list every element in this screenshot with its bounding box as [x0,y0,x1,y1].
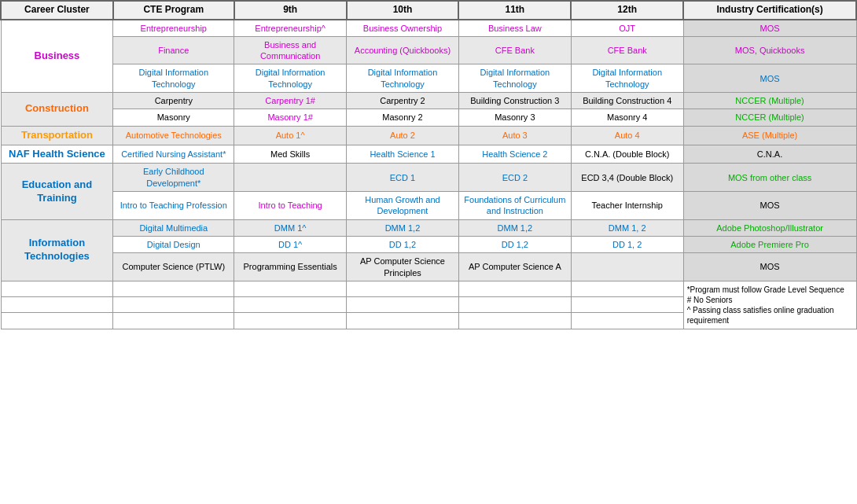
cluster-info: Information Technologies [1,219,113,281]
table-row: Intro to Teaching Profession Intro to Te… [1,192,856,220]
cte-entrepreneurship: Entrepreneurship [113,20,234,37]
table-row: Construction Carpentry Carpentry 1# Carp… [1,93,856,109]
12th-cs [571,253,683,281]
10th-cs: AP Computer Science Principles [347,253,459,281]
12th-entrepreneurship: OJT [571,20,683,37]
9th-dmm: DMM 1^ [234,219,347,236]
cte-masonry: Masonry [113,109,234,126]
cte-table: Career Cluster CTE Program 9th 10th 11th… [0,0,857,329]
10th-cna: Health Science 1 [347,145,459,164]
11th-auto: Auto 3 [458,126,571,145]
10th-teaching: Human Growth and Development [347,192,459,220]
10th-auto: Auto 2 [347,126,459,145]
cluster-construction: Construction [1,93,113,127]
table-row: Computer Science (PTLW) Programming Esse… [1,253,856,281]
9th-carpentry: Carpentry 1# [234,93,347,109]
12th-teaching: Teacher Internship [571,192,683,220]
header-row: Career Cluster CTE Program 9th 10th 11th… [1,1,856,20]
11th-finance: CFE Bank [458,36,571,64]
header-11th: 11th [458,1,571,20]
11th-digital-info: Digital Information Technology [458,64,571,93]
10th-digital-info: Digital Information Technology [347,64,459,93]
10th-dmm: DMM 1,2 [347,219,459,236]
10th-carpentry: Carpentry 2 [347,93,459,109]
table-row: Digital Information Technology Digital I… [1,64,856,93]
table-row: Finance Business and Communication Accou… [1,36,856,64]
9th-masonry: Masonry 1# [234,109,347,126]
12th-dmm: DMM 1, 2 [571,219,683,236]
header-cte: CTE Program [113,1,234,20]
12th-carpentry: Building Construction 4 [571,93,683,109]
11th-entrepreneurship: Business Law [458,20,571,37]
12th-ecd: ECD 3,4 (Double Block) [571,164,683,192]
12th-cna: C.N.A. (Double Block) [571,145,683,164]
cert-dd: Adobe Premiere Pro [683,236,856,252]
header-10th: 10th [347,1,459,20]
9th-dd: DD 1^ [234,236,347,252]
header-cluster: Career Cluster [1,1,113,20]
cte-auto: Automotive Technologies [113,126,234,145]
10th-ecd: ECD 1 [347,164,459,192]
9th-auto: Auto 1^ [234,126,347,145]
cte-digital-info: Digital Information Technology [113,64,234,93]
9th-finance: Business and Communication [234,36,347,64]
11th-teaching: Foundations of Curriculum and Instructio… [458,192,571,220]
table-row: Information Technologies Digital Multime… [1,219,856,236]
10th-finance: Accounting (Quickbooks) [347,36,459,64]
11th-dmm: DMM 1,2 [458,219,571,236]
footnotes-cell: *Program must follow Grade Level Sequenc… [683,281,856,329]
table-row: NAF Health Science Certified Nursing Ass… [1,145,856,164]
9th-cs: Programming Essentials [234,253,347,281]
11th-cs: AP Computer Science A [458,253,571,281]
10th-dd: DD 1,2 [347,236,459,252]
cte-dmm: Digital Multimedia [113,219,234,236]
12th-digital-info: Digital Information Technology [571,64,683,93]
cte-cna: Certified Nursing Assistant* [113,145,234,164]
cluster-business: Business [1,20,113,93]
footnote-1: *Program must follow Grade Level Sequenc… [687,285,853,295]
cert-entrepreneurship: MOS [683,20,856,37]
10th-masonry: Masonry 2 [347,109,459,126]
cte-ecd: Early Childhood Development* [113,164,234,192]
cert-dmm: Adobe Photoshop/Illustrator [683,219,856,236]
main-table-wrapper: Career Cluster CTE Program 9th 10th 11th… [0,0,857,329]
cluster-transportation: Transportation [1,126,113,145]
footnote-2: # No Seniors [687,295,853,305]
11th-masonry: Masonry 3 [458,109,571,126]
cte-teaching: Intro to Teaching Profession [113,192,234,220]
11th-ecd: ECD 2 [458,164,571,192]
table-row: Transportation Automotive Technologies A… [1,126,856,145]
cluster-naf: NAF Health Science [1,145,113,164]
10th-entrepreneurship: Business Ownership [347,20,459,37]
cte-cs: Computer Science (PTLW) [113,253,234,281]
12th-masonry: Masonry 4 [571,109,683,126]
header-9th: 9th [234,1,347,20]
cluster-education: Education and Training [1,164,113,219]
cte-dd: Digital Design [113,236,234,252]
cert-auto: ASE (Multiple) [683,126,856,145]
11th-dd: DD 1,2 [458,236,571,252]
11th-carpentry: Building Construction 3 [458,93,571,109]
cert-masonry: NCCER (Multiple) [683,109,856,126]
table-row: Business Entrepreneurship Entrepreneursh… [1,20,856,37]
cert-cna: C.N.A. [683,145,856,164]
table-row: Masonry Masonry 1# Masonry 2 Masonry 3 M… [1,109,856,126]
footnote-3: ^ Passing class satisfies online graduat… [687,305,853,326]
9th-cna: Med Skills [234,145,347,164]
table-row: Digital Design DD 1^ DD 1,2 DD 1,2 DD 1,… [1,236,856,252]
table-row: Education and Training Early Childhood D… [1,164,856,192]
cte-finance: Finance [113,36,234,64]
header-cert: Industry Certification(s) [683,1,856,20]
9th-ecd [234,164,347,192]
11th-cna: Health Science 2 [458,145,571,164]
cert-digital-info: MOS [683,64,856,93]
cert-cs: MOS [683,253,856,281]
cert-finance: MOS, Quickbooks [683,36,856,64]
9th-entrepreneurship: Entrepreneurship^ [234,20,347,37]
cert-teaching: MOS [683,192,856,220]
header-12th: 12th [571,1,683,20]
12th-auto: Auto 4 [571,126,683,145]
cert-carpentry: NCCER (Multiple) [683,93,856,109]
9th-digital-info: Digital Information Technology [234,64,347,93]
cert-ecd: MOS from other class [683,164,856,192]
